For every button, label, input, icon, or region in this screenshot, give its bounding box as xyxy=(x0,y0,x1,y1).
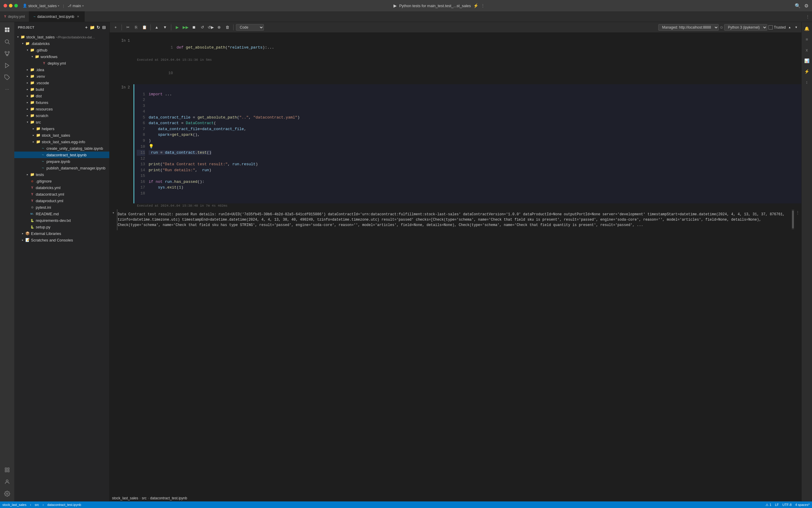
run-all-btn[interactable]: ▶▶ xyxy=(182,24,189,31)
search-icon[interactable]: 🔍 xyxy=(795,3,801,9)
status-project[interactable]: stock_last_sales xyxy=(2,503,27,507)
activity-accounts[interactable] xyxy=(2,476,12,487)
tree-item[interactable]: ▸ ~ prepare.ipynb xyxy=(14,158,109,165)
tree-item[interactable]: ▸ ~ create_unity_catalog_table.ipynb xyxy=(14,145,109,152)
project-selector[interactable]: 👤 stock_last_sales ▾ xyxy=(23,4,59,8)
new-folder-icon[interactable]: 📁 xyxy=(90,25,95,30)
rs-git-icon[interactable]: ⚡ xyxy=(803,67,811,76)
tree-item[interactable]: ▸ Y dataproduct.yml xyxy=(14,198,109,204)
tree-item[interactable]: ▸ 🐍 setup.py xyxy=(14,224,109,230)
chevron-icon: ▸ xyxy=(25,87,30,92)
item-label: databricks.yml xyxy=(36,185,60,190)
tab-datacontract[interactable]: ~ datacontract_test.ipynb ✕ xyxy=(29,11,85,22)
status-indent[interactable]: 4 spaces* xyxy=(795,503,810,507)
activity-explorer[interactable] xyxy=(2,25,12,35)
cell-2-input[interactable]: 1import ... 2 3 4 5data_contract_file = … xyxy=(133,84,801,203)
tree-item[interactable]: ▸ 📁 .vscode xyxy=(14,80,109,86)
cut-btn[interactable]: ✂ xyxy=(124,24,131,31)
restart-run-btn[interactable]: ↺▶ xyxy=(207,24,214,31)
tree-item[interactable]: ▸ ⊘ .gitignore xyxy=(14,178,109,184)
cell-type-select[interactable]: Code Markdown Raw xyxy=(236,24,264,31)
trusted-checkbox[interactable] xyxy=(769,25,773,30)
move-up-btn[interactable]: ▲ xyxy=(153,24,160,31)
tree-item[interactable]: ▸ ⚙ pytest.ini xyxy=(14,204,109,211)
trusted-indicator[interactable]: Trusted xyxy=(769,25,786,30)
sidebar-item-datacontract-test[interactable]: ▸ ~ datacontract_test.ipynb xyxy=(14,152,109,158)
activity-more[interactable]: ··· xyxy=(2,84,12,95)
tree-item[interactable]: ▸ 📁 tests xyxy=(14,171,109,178)
rs-toc-icon[interactable]: ≡ xyxy=(803,35,811,43)
rs-more-icon[interactable]: ↕ xyxy=(803,78,811,86)
tree-root[interactable]: ▾ 📁 stock_last_sales ~/Projects/databric… xyxy=(14,34,109,40)
activity-debug[interactable] xyxy=(2,60,12,71)
activity-git[interactable] xyxy=(2,48,12,59)
delete-cell-btn[interactable]: 🗑 xyxy=(224,24,231,31)
activity-remote[interactable] xyxy=(2,465,12,475)
output-scrollbar[interactable] xyxy=(792,209,794,229)
tree-item[interactable]: ▸ ~ publish_datamesh_manager.ipynb xyxy=(14,165,109,171)
rs-notifications-icon[interactable]: 🔔 xyxy=(803,25,811,33)
tree-item[interactable]: ▸ 📁 helpers xyxy=(14,125,109,132)
tree-item[interactable]: ▸ Y datacontract.yml xyxy=(14,191,109,198)
status-file[interactable]: datacontract_test.ipynb xyxy=(47,503,81,507)
activity-search[interactable] xyxy=(2,36,12,47)
server-select[interactable]: Managed: http://localhost:8888 xyxy=(658,24,719,31)
restart-btn[interactable]: ↺ xyxy=(199,24,206,31)
tab-deploy[interactable]: Y deploy.yml xyxy=(0,11,29,22)
close-button[interactable] xyxy=(4,4,7,7)
status-charset[interactable]: UTF-8 xyxy=(782,503,792,507)
clear-output-btn[interactable]: ⊗ xyxy=(215,24,222,31)
tree-item[interactable]: ▾ 📁 workflows xyxy=(14,53,109,60)
tree-item[interactable]: ▸ 📁 .idea xyxy=(14,67,109,73)
add-cell-btn[interactable]: + xyxy=(112,24,119,31)
tab-close-button[interactable]: ✕ xyxy=(76,14,80,19)
breadcrumb-item-project[interactable]: stock_last_sales xyxy=(112,496,138,500)
tree-item[interactable]: ▸ 📁 .venv xyxy=(14,73,109,80)
next-cell-btn[interactable]: ▼ xyxy=(794,25,799,30)
tree-item[interactable]: ▸ 📁 stock_last_sales.egg-info xyxy=(14,138,109,145)
breadcrumb-item-file[interactable]: datacontract_test.ipynb xyxy=(150,496,187,500)
refresh-icon[interactable]: ↻ xyxy=(96,25,100,30)
settings-icon[interactable]: ⚙ xyxy=(804,3,808,9)
interrupt-btn[interactable]: ⏹ xyxy=(190,24,198,31)
tree-item[interactable]: ▸ 📝 Scratches and Consoles xyxy=(14,237,109,243)
rs-plot-icon[interactable]: 📊 xyxy=(803,56,811,65)
rs-variables-icon[interactable]: x xyxy=(803,46,811,54)
activity-extensions[interactable] xyxy=(2,72,12,83)
tree-item[interactable]: ▸ Y databricks.yml xyxy=(14,184,109,191)
minimize-button[interactable] xyxy=(9,4,12,7)
tree-item[interactable]: ▸ 🐍 requirements-dev.txt xyxy=(14,217,109,224)
cell-1-input[interactable]: 1def get_absolute_path(*relative_parts):… xyxy=(133,38,801,57)
new-file-icon[interactable]: + xyxy=(85,25,88,30)
sidebar-item-scratch[interactable]: ▸ 📁 scratch xyxy=(14,112,109,119)
output-more-btn[interactable]: ⋮ xyxy=(794,209,801,215)
status-warnings[interactable]: ⚠ 1 xyxy=(766,503,771,507)
tree-item[interactable]: ▸ M↓ README.md xyxy=(14,211,109,217)
tree-item[interactable]: ▸ 📦 External Libraries xyxy=(14,230,109,237)
tree-item[interactable]: ▸ 📁 dist xyxy=(14,93,109,99)
activity-settings[interactable] xyxy=(2,489,12,499)
paste-btn[interactable]: 📋 xyxy=(141,24,148,31)
tree-item[interactable]: ▾ 📁 .github xyxy=(14,47,109,53)
branch-selector[interactable]: ⎇ main ▾ xyxy=(68,4,84,8)
copy-btn[interactable]: ⎘ xyxy=(132,24,140,31)
status-src[interactable]: src xyxy=(35,503,39,507)
status-encoding[interactable]: LF xyxy=(775,503,779,507)
run-cell-btn[interactable]: ▶ xyxy=(174,24,181,31)
breadcrumb-item-src[interactable]: src xyxy=(142,496,147,500)
output-toggle-btn[interactable]: ▾ xyxy=(110,209,117,214)
tree-item[interactable]: ▸ Y deploy.yml xyxy=(14,60,109,67)
kernel-select[interactable]: Python 3 (ipykernel) xyxy=(724,24,767,31)
tree-item[interactable]: ▸ 📁 fixtures xyxy=(14,99,109,106)
prev-cell-btn[interactable]: ▲ xyxy=(787,25,793,30)
collapse-icon[interactable]: ⊟ xyxy=(102,25,106,30)
tree-item[interactable]: ▸ 📁 resources xyxy=(14,106,109,112)
tree-item[interactable]: ▸ 📁 build xyxy=(14,86,109,93)
tree-item[interactable]: ▾ 📁 .databricks xyxy=(14,40,109,47)
run-config[interactable]: ▶ Python tests for main_test.test_...st_… xyxy=(86,3,793,8)
maximize-button[interactable] xyxy=(14,4,18,7)
tree-item[interactable]: ▸ 📁 stock_last_sales xyxy=(14,132,109,138)
move-down-btn[interactable]: ▼ xyxy=(161,24,169,31)
more-tabs-icon[interactable]: ⋮ xyxy=(806,14,810,19)
sidebar-item-src[interactable]: ▾ 📁 src xyxy=(14,119,109,125)
